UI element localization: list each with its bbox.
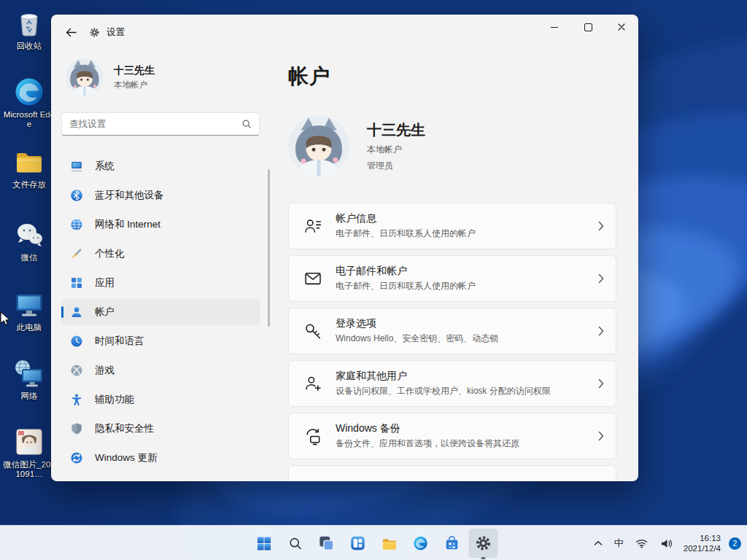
card-email-accounts[interactable]: 电子邮件和帐户 电子邮件、日历和联系人使用的帐户	[288, 255, 616, 302]
card-title: 电子邮件和帐户	[336, 265, 585, 278]
sidebar-item-accounts[interactable]: 帐户	[61, 299, 260, 325]
taskbar-search-button[interactable]	[281, 529, 310, 558]
card-subtitle: 电子邮件、日历和联系人使用的帐户	[336, 228, 585, 240]
close-button[interactable]	[605, 15, 638, 39]
card-sign-in-options[interactable]: 登录选项 Windows Hello、安全密钥、密码、动态锁	[288, 308, 616, 354]
sidebar-item-network-internet[interactable]: 网络和 Internet	[61, 211, 260, 238]
card-subtitle: 电子邮件、日历和联系人使用的帐户	[336, 280, 585, 292]
settings-nav: 系统 蓝牙和其他设备 网络和 Internet 个性化	[61, 153, 260, 471]
maximize-button[interactable]	[571, 15, 605, 39]
tray-ime-indicator[interactable]: 中	[612, 535, 626, 551]
recycle-bin-icon	[13, 7, 45, 39]
tray-volume-button[interactable]	[657, 535, 676, 552]
sidebar-item-apps[interactable]: 应用	[61, 270, 260, 296]
taskbar-start-button[interactable]	[249, 529, 279, 558]
accounts-page: 帐户 十三先生	[288, 50, 638, 481]
taskbar-task-view-button[interactable]	[312, 529, 341, 558]
chevron-right-icon	[598, 326, 604, 336]
sidebar-item-windows-update[interactable]: Windows 更新	[61, 445, 260, 471]
key-icon	[303, 322, 322, 341]
desktop-icon-wechat[interactable]: 微信	[1, 219, 57, 262]
wifi-icon	[635, 539, 648, 548]
desktop-icon-label: 此电脑	[17, 323, 42, 332]
system-icon	[70, 160, 83, 173]
sidebar-item-label: 网络和 Internet	[95, 218, 160, 231]
settings-sidebar: 十三先生 本地帐户 系统 蓝牙和其他设备	[51, 50, 270, 481]
card-title: Windows 备份	[336, 422, 585, 435]
update-icon	[70, 451, 83, 464]
desktop-icon-label: 回收站	[17, 42, 42, 51]
desktop-icon-network[interactable]: 网络	[1, 357, 57, 401]
desktop-icon-recycle-bin[interactable]: 回收站	[1, 7, 57, 51]
sidebar-item-label: 帐户	[95, 306, 115, 319]
taskbar-file-explorer-button[interactable]	[375, 529, 404, 558]
apps-grid-icon	[70, 276, 83, 289]
minimize-button[interactable]	[538, 15, 571, 39]
search-icon	[241, 119, 252, 129]
notification-badge[interactable]: 2	[729, 537, 741, 550]
card-subtitle: Windows Hello、安全密钥、密码、动态锁	[336, 332, 585, 345]
card-title: 登录选项	[336, 317, 585, 330]
card-family-other-users[interactable]: 家庭和其他用户 设备访问权限、工作或学校用户、kiosk 分配的访问权限	[288, 360, 616, 407]
sidebar-user[interactable]: 十三先生 本地帐户	[61, 57, 260, 96]
taskbar-settings-button[interactable]	[469, 529, 498, 558]
settings-search-input[interactable]	[69, 119, 236, 129]
sidebar-item-bluetooth-devices[interactable]: 蓝牙和其他设备	[61, 182, 260, 209]
folder-icon	[13, 146, 45, 178]
desktop-icon-label: Microsoft Edge	[2, 110, 56, 129]
sidebar-item-label: 应用	[95, 276, 115, 289]
taskbar-edge-button[interactable]	[406, 529, 436, 558]
desktop-icon-this-pc[interactable]: 此电脑	[1, 289, 57, 332]
card-title: 帐户信息	[336, 212, 585, 225]
profile-account-type: 本地帐户	[367, 144, 425, 156]
wechat-icon	[13, 219, 45, 251]
tray-network-button[interactable]	[632, 536, 651, 551]
desktop-icon-edge[interactable]: Microsoft Edge	[1, 76, 57, 129]
desktop-icon-file-folder[interactable]: 文件存放	[1, 146, 57, 190]
briefcase-icon	[303, 479, 322, 481]
window-title: 设置	[107, 26, 125, 39]
chevron-right-icon	[598, 221, 604, 231]
titlebar: 设置	[51, 15, 638, 50]
taskbar-widgets-button[interactable]	[344, 529, 373, 558]
sidebar-item-accessibility[interactable]: 辅助功能	[61, 386, 260, 413]
sidebar-item-time-language[interactable]: 时间和语言	[61, 328, 260, 354]
accessibility-icon	[70, 393, 83, 406]
desktop-icon-label: 网络	[21, 392, 38, 401]
page-title: 帐户	[288, 63, 616, 90]
profile-name: 十三先生	[367, 120, 425, 140]
sidebar-item-gaming[interactable]: 游戏	[61, 357, 260, 384]
tray-hidden-icons-button[interactable]	[591, 537, 605, 549]
image-thumbnail-icon	[13, 426, 45, 458]
chevron-right-icon	[598, 431, 604, 441]
card-windows-backup[interactable]: Windows 备份 备份文件、应用和首选项，以便跨设备将其还原	[288, 413, 616, 459]
this-pc-icon	[13, 289, 45, 321]
widgets-icon	[350, 535, 366, 551]
settings-window: 设置	[51, 15, 638, 481]
card-title: 连接工作或学校帐户	[336, 481, 585, 482]
back-button[interactable]	[58, 21, 83, 43]
card-subtitle: 设备访问权限、工作或学校用户、kiosk 分配的访问权限	[336, 385, 585, 397]
windows-logo-icon	[256, 536, 271, 551]
sidebar-item-system[interactable]: 系统	[61, 153, 260, 179]
clock-time: 16:13	[684, 533, 721, 543]
sidebar-item-label: 蓝牙和其他设备	[95, 189, 164, 202]
chevron-right-icon	[598, 273, 604, 284]
card-work-school-account[interactable]: 连接工作或学校帐户	[288, 465, 616, 481]
sidebar-item-label: 辅助功能	[95, 393, 134, 406]
taskbar-store-button[interactable]	[438, 529, 467, 558]
profile-role: 管理员	[367, 160, 425, 172]
taskbar-clock[interactable]: 16:13 2021/12/4	[682, 533, 722, 553]
desktop-icon-wechat-image[interactable]: 微信图片_2021091…	[1, 426, 57, 479]
account-info-icon	[303, 217, 322, 236]
shield-icon	[70, 422, 83, 435]
network-icon	[13, 357, 45, 389]
sidebar-item-privacy-security[interactable]: 隐私和安全性	[61, 416, 260, 442]
avatar	[66, 58, 104, 96]
sidebar-item-personalization[interactable]: 个性化	[61, 241, 260, 267]
card-account-info[interactable]: 帐户信息 电子邮件、日历和联系人使用的帐户	[288, 203, 616, 249]
sidebar-scrollbar[interactable]	[268, 169, 270, 327]
sidebar-user-type: 本地帐户	[114, 79, 155, 90]
edge-icon	[13, 76, 45, 108]
backup-icon	[303, 427, 322, 446]
